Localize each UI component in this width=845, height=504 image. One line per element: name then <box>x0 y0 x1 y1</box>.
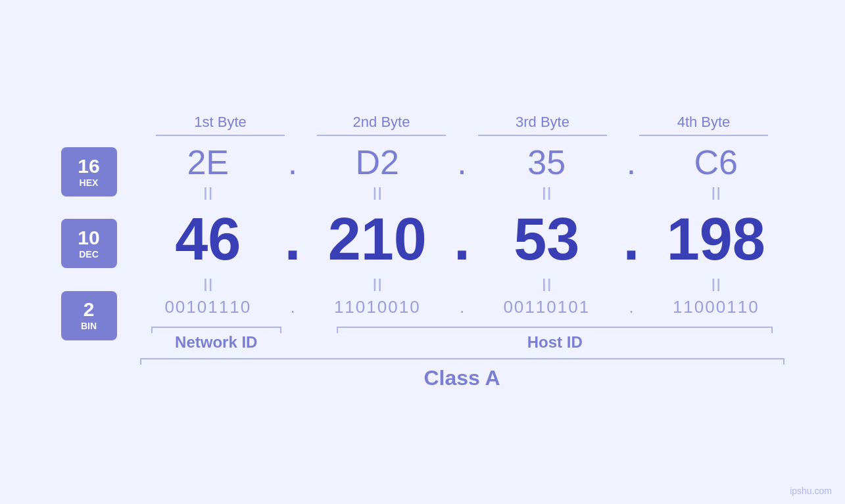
bin-dot-1: . <box>276 297 309 317</box>
hex-row: 2E . D2 . 35 . C6 <box>140 136 785 182</box>
bin-byte-4: 11000110 <box>648 297 785 317</box>
bracket-dot-spacer <box>293 327 326 352</box>
hex-dot-2: . <box>446 143 479 182</box>
bin-dot-2: . <box>446 297 479 317</box>
dec-dot-1: . <box>276 206 309 273</box>
hex-byte-3: 35 <box>479 143 616 182</box>
hex-badge: 16 HEX <box>61 147 117 196</box>
bin-dot-3: . <box>615 297 648 317</box>
bin-byte-2: 11010010 <box>309 297 446 317</box>
bin-name: BIN <box>81 321 97 331</box>
main-container: 1st Byte 2nd Byte 3rd Byte 4th Byte 16 H… <box>61 114 785 390</box>
dec-byte-1: 46 <box>140 206 277 273</box>
hex-byte-2: D2 <box>309 143 446 182</box>
equals-row-1: II II II II <box>140 182 785 206</box>
hex-byte-1: 2E <box>140 143 277 182</box>
equals-row-2: II II II II <box>140 273 785 297</box>
bin-badge: 2 BIN <box>61 291 117 340</box>
eq-2: II <box>309 183 446 204</box>
byte-headers-row: 1st Byte 2nd Byte 3rd Byte 4th Byte <box>140 114 785 136</box>
hex-dot-1: . <box>276 143 309 182</box>
dec-name: DEC <box>79 249 99 260</box>
watermark: ipshu.com <box>790 486 832 496</box>
dec-byte-4: 198 <box>648 206 785 273</box>
dec-byte-2: 210 <box>309 206 446 273</box>
bin-row: 00101110 . 11010010 . 00110101 . <box>140 297 785 324</box>
host-id-label: Host ID <box>527 333 583 352</box>
eq-4: II <box>648 183 785 204</box>
dec-row: 46 . 210 . 53 . 198 <box>140 206 785 273</box>
eq-5: II <box>140 275 277 296</box>
byte-header-2: 2nd Byte <box>301 114 462 136</box>
host-id-bracket: Host ID <box>326 327 785 352</box>
byte-header-3: 3rd Byte <box>462 114 623 136</box>
class-bracket-line <box>140 358 785 359</box>
hex-num: 16 <box>78 156 99 176</box>
bin-byte-3: 00110101 <box>479 297 616 317</box>
hex-dot-3: . <box>615 143 648 182</box>
dec-dot-3: . <box>615 206 648 273</box>
rows-area: 16 HEX 10 DEC 2 BIN 2E . <box>61 136 785 352</box>
hex-name: HEX <box>80 177 99 188</box>
eq-1: II <box>140 183 277 204</box>
network-id-label: Network ID <box>175 333 257 352</box>
dec-num: 10 <box>78 228 99 248</box>
eq-8: II <box>648 275 785 296</box>
byte-header-4: 4th Byte <box>623 114 785 136</box>
dec-byte-3: 53 <box>479 206 616 273</box>
eq-3: II <box>479 183 616 204</box>
class-label: Class A <box>423 366 500 390</box>
bin-byte-1: 00101110 <box>140 297 277 317</box>
eq-6: II <box>309 275 446 296</box>
values-grid: 2E . D2 . 35 . C6 <box>140 136 785 352</box>
eq-7: II <box>479 275 616 296</box>
hex-byte-4: C6 <box>648 143 785 182</box>
byte-header-1: 1st Byte <box>140 114 301 136</box>
dec-badge: 10 DEC <box>61 219 117 268</box>
id-brackets-row: Network ID Host ID <box>140 327 785 352</box>
base-labels: 16 HEX 10 DEC 2 BIN <box>61 136 140 352</box>
dec-dot-2: . <box>446 206 479 273</box>
network-id-bracket: Network ID <box>140 327 293 352</box>
bin-num: 2 <box>84 300 95 319</box>
class-section: Class A <box>140 358 785 390</box>
